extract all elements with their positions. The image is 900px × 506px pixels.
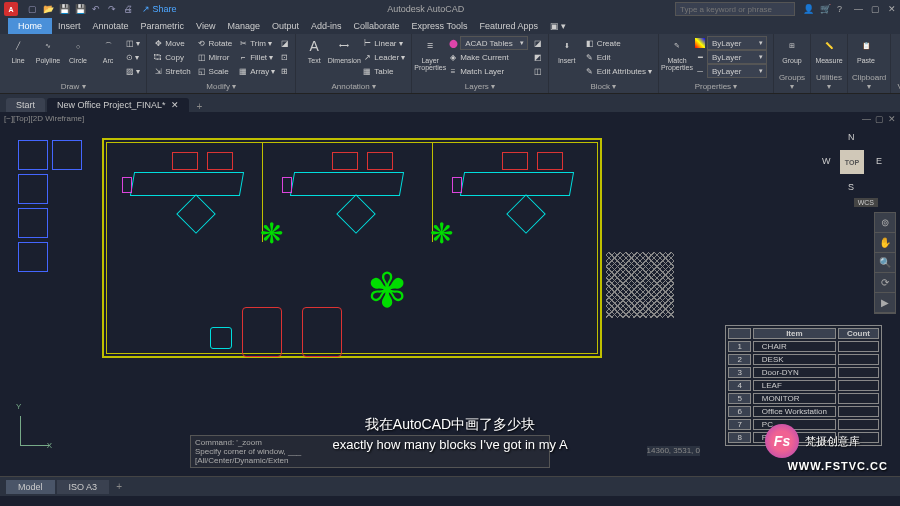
paste-button[interactable]: 📋Paste bbox=[852, 36, 880, 64]
panel-layers-title[interactable]: Layers ▾ bbox=[416, 81, 543, 91]
qat-redo-icon[interactable]: ↷ bbox=[106, 3, 118, 15]
qat-saveas-icon[interactable]: 💾 bbox=[74, 3, 86, 15]
view-cube[interactable]: TOP N S E W bbox=[822, 132, 882, 192]
base-button[interactable]: ▣Base bbox=[895, 36, 900, 64]
draw-extra-2[interactable]: ⊙ ▾ bbox=[124, 50, 142, 64]
layer-tool-2[interactable]: ◩ bbox=[532, 50, 544, 64]
qat-open-icon[interactable]: 📂 bbox=[42, 3, 54, 15]
qat-undo-icon[interactable]: ↶ bbox=[90, 3, 102, 15]
compass-w[interactable]: W bbox=[822, 156, 831, 166]
minimize-button[interactable]: — bbox=[854, 4, 863, 14]
ribbon-tab-home[interactable]: Home bbox=[8, 18, 52, 34]
layer-tool-1[interactable]: ◪ bbox=[532, 36, 544, 50]
rotate-button[interactable]: ⟲Rotate bbox=[195, 36, 235, 50]
qat-new-icon[interactable]: ▢ bbox=[26, 3, 38, 15]
help-icon[interactable]: ? bbox=[837, 4, 842, 14]
qat-save-icon[interactable]: 💾 bbox=[58, 3, 70, 15]
stretch-button[interactable]: ⇲Stretch bbox=[151, 64, 192, 78]
insert-button[interactable]: ⬇Insert bbox=[553, 36, 581, 64]
mirror-button[interactable]: ◫Mirror bbox=[195, 50, 235, 64]
panel-draw-title[interactable]: Draw ▾ bbox=[4, 81, 142, 91]
lineweight-dropdown[interactable]: ━ByLayer bbox=[693, 50, 769, 64]
draw-extra-1[interactable]: ◫ ▾ bbox=[124, 36, 142, 50]
ribbon-tab-featured[interactable]: Featured Apps bbox=[473, 18, 544, 34]
nav-zoom-icon[interactable]: 🔍 bbox=[875, 253, 895, 273]
color-dropdown[interactable]: ByLayer bbox=[693, 36, 769, 50]
linetype-dropdown[interactable]: ─ByLayer bbox=[693, 64, 769, 78]
wcs-label[interactable]: WCS bbox=[854, 198, 878, 207]
edit-block-button[interactable]: ✎Edit bbox=[583, 50, 654, 64]
drawing-viewport[interactable]: [−][Top][2D Wireframe] — ▢ ✕ bbox=[0, 112, 900, 476]
tab-layout-iso[interactable]: ISO A3 bbox=[57, 480, 110, 494]
line-button[interactable]: ╱Line bbox=[4, 36, 32, 64]
compass-s[interactable]: S bbox=[848, 182, 854, 192]
filetab-active[interactable]: New Office Project_FINAL*✕ bbox=[47, 98, 189, 112]
cmd-prompt[interactable]: [All/Center/Dynamic/Exten bbox=[195, 456, 545, 465]
ribbon-tab-output[interactable]: Output bbox=[266, 18, 305, 34]
panel-groups-title[interactable]: Groups ▾ bbox=[778, 72, 806, 91]
panel-block-title[interactable]: Block ▾ bbox=[553, 81, 654, 91]
linear-button[interactable]: ⊢Linear ▾ bbox=[360, 36, 407, 50]
viewport-label[interactable]: [−][Top][2D Wireframe] bbox=[4, 114, 84, 123]
ribbon-tab-collaborate[interactable]: Collaborate bbox=[348, 18, 406, 34]
modify-extra-2[interactable]: ⊡ bbox=[279, 50, 291, 64]
ribbon-tab-view[interactable]: View bbox=[190, 18, 221, 34]
ribbon-tab-annotate[interactable]: Annotate bbox=[87, 18, 135, 34]
make-current-button[interactable]: ◈Make Current bbox=[446, 50, 529, 64]
cube-face-top[interactable]: TOP bbox=[840, 150, 864, 174]
dimension-button[interactable]: ⟷Dimension bbox=[330, 36, 358, 64]
ribbon-tab-express[interactable]: Express Tools bbox=[406, 18, 474, 34]
panel-view-title[interactable]: View ▾ bbox=[895, 81, 900, 91]
compass-n[interactable]: N bbox=[848, 132, 855, 142]
copy-button[interactable]: ⿻Copy bbox=[151, 50, 192, 64]
nav-showmotion-icon[interactable]: ▶ bbox=[875, 293, 895, 313]
close-button[interactable]: ✕ bbox=[888, 4, 896, 14]
cart-icon[interactable]: 🛒 bbox=[820, 4, 831, 14]
array-button[interactable]: ▦Array ▾ bbox=[236, 64, 277, 78]
move-button[interactable]: ✥Move bbox=[151, 36, 192, 50]
measure-button[interactable]: 📏Measure bbox=[815, 36, 843, 64]
vp-close-icon[interactable]: ✕ bbox=[888, 114, 896, 124]
nav-wheel-icon[interactable]: ⊚ bbox=[875, 213, 895, 233]
ribbon-tab-manage[interactable]: Manage bbox=[221, 18, 266, 34]
ribbon-tab-addins[interactable]: Add-ins bbox=[305, 18, 348, 34]
polyline-button[interactable]: ∿Polyline bbox=[34, 36, 62, 64]
signin-icon[interactable]: 👤 bbox=[803, 4, 814, 14]
tab-model[interactable]: Model bbox=[6, 480, 55, 494]
share-button[interactable]: ↗ Share bbox=[142, 4, 177, 14]
ribbon-tab-insert[interactable]: Insert bbox=[52, 18, 87, 34]
match-layer-button[interactable]: ≡Match Layer bbox=[446, 64, 529, 78]
panel-properties-title[interactable]: Properties ▾ bbox=[663, 81, 769, 91]
ribbon-tab-parametric[interactable]: Parametric bbox=[135, 18, 191, 34]
tab-add-layout[interactable]: + bbox=[111, 481, 127, 492]
arc-button[interactable]: ⌒Arc bbox=[94, 36, 122, 64]
panel-modify-title[interactable]: Modify ▾ bbox=[151, 81, 291, 91]
circle-button[interactable]: ○Circle bbox=[64, 36, 92, 64]
panel-clipboard-title[interactable]: Clipboard ▾ bbox=[852, 72, 886, 91]
search-input[interactable] bbox=[675, 2, 795, 16]
filetab-add[interactable]: + bbox=[191, 101, 207, 112]
table-button[interactable]: ▦Table bbox=[360, 64, 407, 78]
edit-attributes-button[interactable]: ✎Edit Attributes ▾ bbox=[583, 64, 654, 78]
match-properties-button[interactable]: ✎Match Properties bbox=[663, 36, 691, 71]
nav-orbit-icon[interactable]: ⟳ bbox=[875, 273, 895, 293]
modify-extra-1[interactable]: ◪ bbox=[279, 36, 291, 50]
close-tab-icon[interactable]: ✕ bbox=[171, 100, 179, 110]
qat-print-icon[interactable]: 🖨 bbox=[122, 3, 134, 15]
nav-pan-icon[interactable]: ✋ bbox=[875, 233, 895, 253]
group-button[interactable]: ⊞Group bbox=[778, 36, 806, 64]
layer-dropdown[interactable]: ⬤ACAD Tables bbox=[446, 36, 529, 50]
filetab-start[interactable]: Start bbox=[6, 98, 45, 112]
draw-extra-3[interactable]: ▨ ▾ bbox=[124, 64, 142, 78]
scale-button[interactable]: ◱Scale bbox=[195, 64, 235, 78]
text-button[interactable]: AText bbox=[300, 36, 328, 64]
leader-button[interactable]: ↗Leader ▾ bbox=[360, 50, 407, 64]
vp-max-icon[interactable]: ▢ bbox=[875, 114, 884, 124]
panel-annotation-title[interactable]: Annotation ▾ bbox=[300, 81, 407, 91]
panel-utilities-title[interactable]: Utilities ▾ bbox=[815, 72, 843, 91]
ribbon-tab-overflow[interactable]: ▣ ▾ bbox=[544, 18, 573, 34]
maximize-button[interactable]: ▢ bbox=[871, 4, 880, 14]
create-block-button[interactable]: ◧Create bbox=[583, 36, 654, 50]
app-icon[interactable]: A bbox=[4, 2, 18, 16]
fillet-button[interactable]: ⌐Fillet ▾ bbox=[236, 50, 277, 64]
